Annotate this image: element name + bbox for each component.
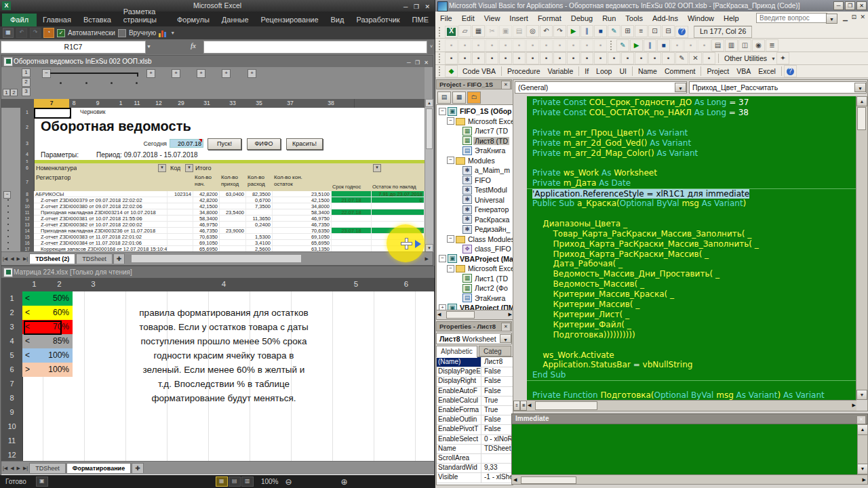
cell-nach[interactable]: 42,8200 [193,197,220,203]
save-icon[interactable]: ▦ [3,28,14,38]
property-row-Name[interactable]: NameTDSheet (2 [437,444,513,454]
immediate-panel-header[interactable]: Immediate ✕ [511,413,868,424]
wb2-row-header-6[interactable]: 6 [1,363,23,378]
tree-item-testmodul[interactable]: ✱TestModul [437,185,513,195]
menu-item-4[interactable]: Format [533,14,566,22]
scroll-down-icon[interactable]: ▼ [858,464,867,474]
other-utilities-dropdown-icon[interactable]: ▼ [771,56,776,61]
cell-ost[interactable]: 58,3400 [273,209,332,216]
excel-icon[interactable]: X [445,26,458,38]
cell-nach[interactable]: 58,3400 [193,216,220,222]
find-binocular-icon[interactable]: ▪ [472,52,485,64]
paste-icon[interactable]: ▤ [513,25,526,37]
cell-kod[interactable] [167,216,193,222]
wb2-row-header-5[interactable]: 5 [1,348,23,363]
project-panel-header[interactable]: Project - FIFO_1S ✕ [436,79,512,89]
copy-module-icon[interactable]: ▪ [458,52,471,64]
outline-level-3[interactable]: 3 [22,87,31,96]
property-value[interactable]: 9,33 [482,463,513,472]
vba-titlebar[interactable]: Microsoft Visual Basic for Applications … [435,0,868,12]
cell-chernovik[interactable]: Черновик [80,108,106,115]
threshold-cell-1[interactable]: <50% [22,291,73,306]
bookmark-toggle-icon[interactable]: ▪ [553,39,566,52]
first-sheet-icon[interactable]: |◀ [1,466,9,471]
wb1-vertical-scrollbar[interactable]: ▲ ▼ [425,99,433,252]
scroll-thumb[interactable] [857,107,866,130]
scroll-left-icon[interactable]: ◀ [513,477,517,483]
code-vba-icon[interactable]: ◆ [445,65,458,77]
collapse-row-group-button[interactable]: − [3,191,11,199]
wizard-icon[interactable]: ✦ [776,52,789,64]
call-stack-icon[interactable]: ≣ [766,39,778,52]
locals-window-icon[interactable]: ▤ [711,39,724,52]
expand-group-button[interactable]: + [172,69,180,78]
wb2-row-header-3[interactable]: 3 [1,320,23,335]
scroll-down-icon[interactable]: ▼ [856,390,867,400]
design-mode-icon[interactable]: ✎ [616,39,629,52]
scroll-right-icon[interactable]: ▶ [863,477,866,483]
code-h-scrollbar[interactable]: ◀ ▶ [527,400,856,411]
ribbon-tab-6[interactable]: Рецензирование [255,14,325,26]
filter-dropdown-icon[interactable]: ▼ [185,164,193,172]
property-value[interactable]: True [482,405,513,415]
insert-sheet-icon[interactable]: ✚ [113,253,125,264]
wb2-column-header-3[interactable]: 3 [73,278,115,292]
view-layout-icon[interactable]: ▤ [229,476,241,487]
immediate-window-icon[interactable]: ▥ [725,39,738,52]
codevba-menu-variable[interactable]: Variable [544,67,576,75]
scroll-right-icon[interactable]: ▶ [852,403,856,408]
cell-prih[interactable] [220,222,246,228]
prev-sheet-icon[interactable]: ◀ [9,466,15,471]
property-row-DisplayRight[interactable]: DisplayRightFalse [437,376,513,386]
codevba-menu-vba[interactable]: VBA [733,67,754,75]
lines-icon[interactable]: ▪ [703,52,715,64]
next-sheet-icon[interactable]: ▶ [16,256,22,262]
run-icon[interactable]: ▶ [567,25,580,37]
cell-srok[interactable] [332,222,372,228]
namebox-dropdown-icon[interactable]: ▼ [146,44,151,49]
insert-object-icon[interactable]: ▱ [458,25,471,37]
expand-group-button[interactable]: + [248,69,256,78]
v-restore-icon[interactable]: ❐ [845,1,855,10]
properties-object-combo[interactable]: Лист8 Worksheet ▼ [436,333,512,344]
cell-nakl[interactable]: 0 [372,197,425,203]
cell-nakl[interactable]: 7,91 до 23.07.2018 [372,191,425,197]
cell-srok[interactable] [332,216,372,222]
property-row-StandardWid[interactable]: StandardWid9,33 [437,463,513,473]
immediate-editor[interactable] [511,424,858,474]
uncomment-block-icon[interactable]: ▪ [540,39,553,52]
wb2-column-header-2[interactable]: 2 [46,278,73,292]
column-header-35[interactable]: 35 [245,99,273,108]
cell-name[interactable]: Z-отчет Z3DI000384 от 11.07.2018 22:01:0… [34,240,167,246]
design-mode-icon[interactable]: ✎ [608,25,620,37]
wb2-row-header-8[interactable]: 8 [1,391,23,406]
v-minimize-icon[interactable]: ─ [833,1,844,10]
menu-item-6[interactable]: Run [597,14,620,22]
zoom-in-icon[interactable]: ⊕ [341,477,348,487]
cell-rash[interactable] [246,228,273,234]
property-row-Name[interactable]: (Name)Лист8 [437,357,513,367]
ribbon-tab-3[interactable]: Разметка страницы [117,5,171,26]
cell-kod[interactable] [167,222,193,228]
module-save-icon[interactable]: ▪ [648,52,661,64]
codevba-menu-project[interactable]: Project [703,67,732,75]
expand-group-button[interactable]: + [146,69,155,78]
v-close-icon[interactable]: ✕ [856,1,867,10]
wb2-row-header-9[interactable]: 9 [1,405,23,420]
ribbon-tab-4[interactable]: Формулы [171,14,216,26]
project-explorer-icon[interactable]: ⊞ [621,25,634,37]
cell-prih[interactable]: 63,0400 [220,191,246,197]
property-value[interactable]: False [482,367,513,376]
bookmark-next-icon[interactable]: ▪ [567,39,580,52]
cell-srok[interactable]: 22.07.18 [332,209,372,216]
cell-ost[interactable]: 70,6350 [273,228,332,234]
fx-button[interactable]: fx [191,41,196,49]
row-outline-level-1[interactable]: 1 [3,89,10,96]
scroll-left-icon[interactable]: ◀ [528,403,531,408]
undo-icon[interactable]: ↶ [16,28,27,38]
zoom-level[interactable]: 100% [261,478,279,485]
select-all-corner[interactable] [1,278,23,292]
wb2-cell-cursor[interactable] [24,321,62,335]
pencil-icon[interactable]: ✎ [675,52,688,64]
cell-srok[interactable]: 21.07.18 [332,197,372,203]
